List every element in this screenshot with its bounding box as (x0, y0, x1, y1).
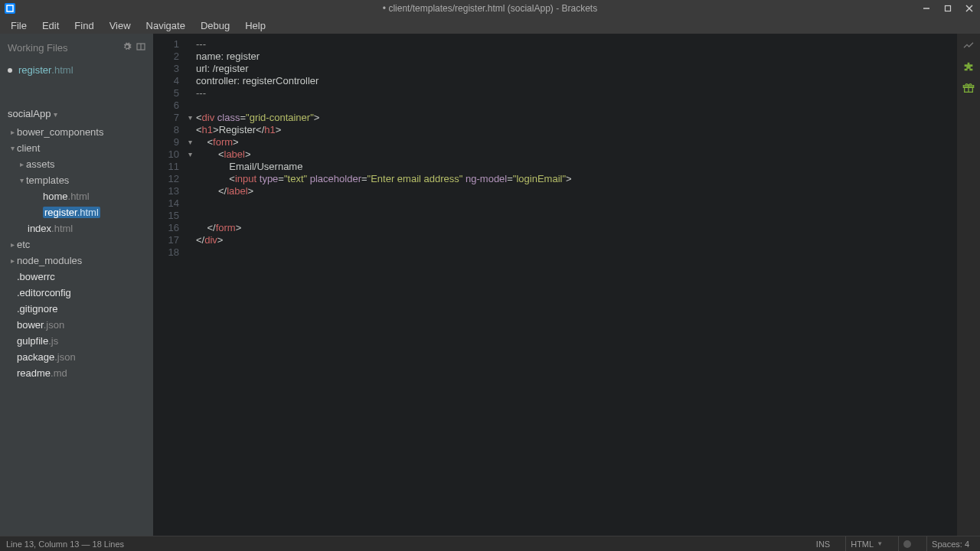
chevron-down-icon: ▼ (877, 540, 883, 547)
file-register.html[interactable]: register.html (0, 204, 153, 220)
file-gulpfile.js[interactable]: gulpfile.js (0, 333, 153, 349)
fold-empty (184, 197, 196, 210)
code-line[interactable]: </label> (196, 185, 957, 197)
chevron-right-icon[interactable]: ▸ (8, 256, 17, 265)
live-preview-icon[interactable] (962, 38, 975, 52)
code-line[interactable]: Email/Username (196, 161, 957, 173)
line-number: 17 (153, 234, 184, 246)
file-.bowerrc[interactable]: .bowerrc (0, 269, 153, 285)
folder-templates[interactable]: ▾templates (0, 172, 153, 188)
file-home.html[interactable]: home.html (0, 188, 153, 204)
fold-toggle-icon[interactable]: ▾ (184, 136, 196, 148)
line-number: 8 (153, 124, 184, 136)
fold-empty (184, 161, 196, 173)
fold-empty (184, 185, 196, 197)
extension-manager-icon[interactable] (962, 60, 975, 73)
project-name[interactable]: socialApp▾ (0, 103, 153, 124)
code-line[interactable]: url: /register (196, 63, 957, 75)
chevron-right-icon[interactable]: ▸ (17, 160, 26, 168)
chevron-right-icon[interactable]: ▸ (8, 128, 17, 136)
close-button[interactable] (959, 0, 980, 17)
file-ext: .html (77, 207, 99, 218)
folder-node_modules[interactable]: ▸node_modules (0, 253, 153, 269)
line-number: 2 (153, 51, 184, 63)
window-title: • client/templates/register.html (social… (383, 3, 597, 14)
folder-client[interactable]: ▾client (0, 140, 153, 156)
chevron-right-icon[interactable]: ▸ (8, 240, 17, 249)
svg-rect-2 (946, 6, 951, 11)
line-number: 10 (153, 148, 184, 161)
status-dot-icon (903, 540, 911, 548)
code-line[interactable]: controller: registerController (196, 75, 957, 87)
line-number: 18 (153, 246, 184, 259)
code-line[interactable]: </div> (196, 234, 957, 246)
fold-empty (184, 173, 196, 185)
code-editor[interactable]: 123456789101112131415161718 ▾▾▾ ---name:… (153, 34, 957, 536)
line-number: 13 (153, 185, 184, 197)
code-line[interactable] (196, 99, 957, 112)
fold-empty (184, 63, 196, 75)
chevron-down-icon[interactable]: ▾ (8, 144, 17, 152)
file-base: gulpfile (17, 335, 48, 347)
folder-assets[interactable]: ▸assets (0, 156, 153, 172)
code-line[interactable]: <h1>Register</h1> (196, 124, 957, 136)
code-line[interactable]: name: register (196, 51, 957, 63)
file-base: bower (17, 319, 44, 331)
file-bower.json[interactable]: bower.json (0, 317, 153, 333)
editor-content[interactable]: ---name: registerurl: /registercontrolle… (196, 34, 957, 536)
linting-status[interactable] (898, 536, 916, 552)
line-number: 16 (153, 222, 184, 234)
folder-label: templates (26, 174, 69, 186)
code-line[interactable] (196, 246, 957, 259)
code-line[interactable] (196, 197, 957, 210)
fold-empty (184, 222, 196, 234)
working-file-item[interactable]: register.html (0, 61, 153, 79)
menu-help[interactable]: Help (237, 18, 273, 33)
code-line[interactable] (196, 210, 957, 222)
file-package.json[interactable]: package.json (0, 349, 153, 365)
file-.editorconfig[interactable]: .editorconfig (0, 285, 153, 301)
app-icon (5, 3, 15, 14)
folder-etc[interactable]: ▸etc (0, 236, 153, 253)
code-line[interactable]: <div class="grid-container"> (196, 112, 957, 124)
file-base: readme (17, 367, 51, 379)
right-toolbar (957, 34, 980, 536)
line-number: 15 (153, 210, 184, 222)
line-number: 4 (153, 75, 184, 87)
gift-icon[interactable] (962, 81, 975, 95)
unsaved-indicator-icon (8, 68, 12, 73)
line-number: 12 (153, 173, 184, 185)
language-selector[interactable]: HTML ▼ (845, 536, 887, 552)
menu-file[interactable]: File (3, 18, 34, 33)
folder-bower_components[interactable]: ▸bower_components (0, 124, 153, 140)
split-view-icon[interactable] (136, 42, 145, 54)
code-line[interactable]: --- (196, 38, 957, 51)
menu-view[interactable]: View (102, 18, 139, 33)
code-line[interactable]: <form> (196, 136, 957, 148)
insert-mode[interactable]: INS (812, 536, 835, 552)
fold-empty (184, 75, 196, 87)
code-line[interactable]: <label> (196, 148, 957, 161)
folder-label: etc (17, 239, 30, 250)
gear-icon[interactable] (122, 42, 132, 54)
menu-navigate[interactable]: Navigate (139, 18, 193, 33)
line-number: 3 (153, 63, 184, 75)
minimize-button[interactable] (916, 0, 937, 17)
code-line[interactable]: <input type="text" placeholder="Enter em… (196, 173, 957, 185)
maximize-button[interactable] (937, 0, 959, 17)
file-ext: .json (54, 351, 75, 363)
chevron-down-icon[interactable]: ▾ (17, 176, 26, 184)
code-line[interactable]: </form> (196, 222, 957, 234)
file-.gitignore[interactable]: .gitignore (0, 301, 153, 317)
file-index.html[interactable]: index.html (0, 220, 153, 236)
menu-find[interactable]: Find (67, 18, 101, 33)
file-base: .editorconfig (17, 287, 71, 298)
file-readme.md[interactable]: readme.md (0, 365, 153, 381)
code-line[interactable]: --- (196, 87, 957, 99)
menu-debug[interactable]: Debug (193, 18, 237, 33)
indentation-selector[interactable]: Spaces: 4 (926, 536, 974, 552)
fold-toggle-icon[interactable]: ▾ (184, 112, 196, 124)
fold-toggle-icon[interactable]: ▾ (184, 148, 196, 161)
file-tree: ▸bower_components▾client▸assets▾template… (0, 124, 153, 381)
menu-edit[interactable]: Edit (34, 18, 67, 33)
